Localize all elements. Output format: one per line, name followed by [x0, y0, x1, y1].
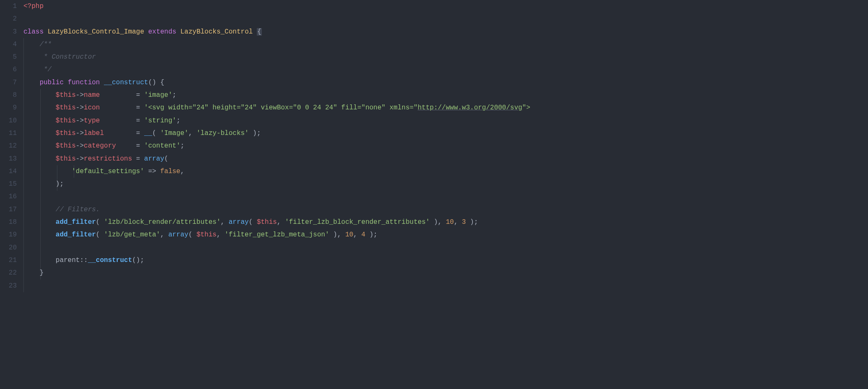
parens: ()	[148, 79, 156, 86]
function-call: add_filter	[56, 218, 96, 226]
code-line[interactable]: 'default_settings' => false,	[23, 165, 868, 178]
code-line[interactable]	[23, 13, 868, 25]
function-call: add_filter	[56, 231, 96, 239]
variable-this: $this	[56, 130, 76, 137]
code-line[interactable]: add_filter( 'lzb/block_render/attributes…	[23, 216, 868, 228]
variable-this: $this	[56, 91, 76, 99]
code-line[interactable]: parent::__construct();	[23, 254, 868, 267]
string: 'Image'	[160, 130, 188, 137]
number: 3	[462, 218, 466, 226]
code-line[interactable]: */	[23, 63, 868, 76]
code-line[interactable]	[23, 241, 868, 254]
keyword-function: function	[68, 79, 100, 86]
code-line[interactable]: add_filter( 'lzb/get_meta', array( $this…	[23, 228, 868, 241]
number: 10	[446, 218, 454, 226]
parent-class-name: LazyBlocks_Control	[181, 28, 253, 36]
string: 'filter_lzb_block_render_attributes'	[285, 218, 430, 226]
number: 4	[362, 231, 366, 239]
code-line[interactable]: public function __construct() {	[23, 76, 868, 89]
php-open-tag: <?php	[23, 3, 44, 10]
property: name	[84, 91, 100, 99]
line-number: 14	[0, 165, 17, 178]
function-call: array	[168, 231, 189, 239]
brace-open-highlighted: {	[257, 28, 262, 36]
code-line[interactable]: /**	[23, 38, 868, 51]
string: '<svg width="24" height="24" viewBox="0 …	[144, 104, 418, 112]
function-call: array	[144, 155, 164, 163]
line-number: 15	[0, 178, 17, 190]
code-line[interactable]: }	[23, 267, 868, 279]
string: 'default_settings'	[72, 168, 144, 175]
variable-this: $this	[56, 117, 76, 124]
code-line[interactable]: class LazyBlocks_Control_Image extends L…	[23, 26, 868, 38]
line-number: 4	[0, 38, 17, 51]
code-line[interactable]: <?php	[23, 0, 868, 13]
property: type	[84, 117, 100, 124]
docblock: /**	[39, 41, 52, 48]
code-line[interactable]	[23, 190, 868, 203]
string: 'lzb/block_render/attributes'	[104, 218, 220, 226]
string: 'lazy-blocks'	[196, 130, 249, 137]
number: 10	[345, 231, 353, 239]
comment: // Filters.	[56, 206, 100, 213]
line-number: 19	[0, 228, 17, 241]
line-number-gutter: 1 2 3 4 5 6 7 8 9 10 11 12 13 14 15 16 1…	[0, 0, 23, 389]
line-number: 7	[0, 76, 17, 89]
docblock: * Constructor	[39, 53, 96, 61]
function-name: __construct	[104, 79, 148, 86]
line-number: 13	[0, 153, 17, 165]
line-number: 10	[0, 114, 17, 127]
code-line[interactable]: $this->name = 'image';	[23, 89, 868, 101]
arrow-op: ->	[76, 117, 84, 124]
string: 'string'	[144, 117, 176, 124]
property: label	[84, 130, 104, 137]
variable-this: $this	[257, 218, 277, 226]
code-content[interactable]: <?php class LazyBlocks_Control_Image ext…	[23, 0, 868, 389]
line-number: 22	[0, 267, 17, 279]
class-name: LazyBlocks_Control_Image	[48, 28, 144, 36]
code-line[interactable]: $this->type = 'string';	[23, 114, 868, 127]
variable-this: $this	[196, 231, 217, 239]
property: restrictions	[84, 155, 132, 163]
line-number: 11	[0, 127, 17, 140]
line-number: 3	[0, 26, 17, 38]
string: 'filter_get_lzb_meta_json'	[225, 231, 329, 239]
line-number: 21	[0, 254, 17, 267]
string: 'lzb/get_meta'	[104, 231, 160, 239]
line-number: 23	[0, 280, 17, 292]
variable-this: $this	[56, 142, 76, 150]
function-call: array	[229, 218, 249, 226]
line-number: 1	[0, 0, 17, 13]
keyword-extends: extends	[148, 28, 176, 36]
arrow-op: ->	[76, 91, 84, 99]
line-number: 8	[0, 89, 17, 101]
string: 'image'	[144, 91, 172, 99]
line-number: 18	[0, 216, 17, 228]
code-line[interactable]: * Constructor	[23, 51, 868, 63]
line-number: 16	[0, 190, 17, 203]
code-line[interactable]: // Filters.	[23, 203, 868, 216]
code-line[interactable]: $this->label = __( 'Image', 'lazy-blocks…	[23, 127, 868, 140]
line-number: 5	[0, 51, 17, 63]
variable-this: $this	[56, 104, 76, 112]
property: icon	[84, 104, 100, 112]
line-number: 2	[0, 13, 17, 25]
docblock: */	[39, 66, 52, 73]
arrow-op: ->	[76, 130, 84, 137]
code-line[interactable]: $this->icon = '<svg width="24" height="2…	[23, 101, 868, 114]
property: category	[84, 142, 116, 150]
boolean: false	[160, 168, 180, 175]
code-line[interactable]: $this->restrictions = array(	[23, 153, 868, 165]
function-call: __	[144, 130, 152, 137]
code-line[interactable]: );	[23, 178, 868, 190]
code-line[interactable]	[23, 280, 868, 292]
code-line[interactable]: $this->category = 'content';	[23, 140, 868, 152]
variable-this: $this	[56, 155, 76, 163]
arrow-op: ->	[76, 104, 84, 112]
function-call: __construct	[88, 257, 132, 264]
keyword-public: public	[39, 79, 64, 86]
line-number: 9	[0, 101, 17, 114]
line-number: 20	[0, 241, 17, 254]
code-editor[interactable]: 1 2 3 4 5 6 7 8 9 10 11 12 13 14 15 16 1…	[0, 0, 868, 389]
string: 'content'	[144, 142, 180, 150]
